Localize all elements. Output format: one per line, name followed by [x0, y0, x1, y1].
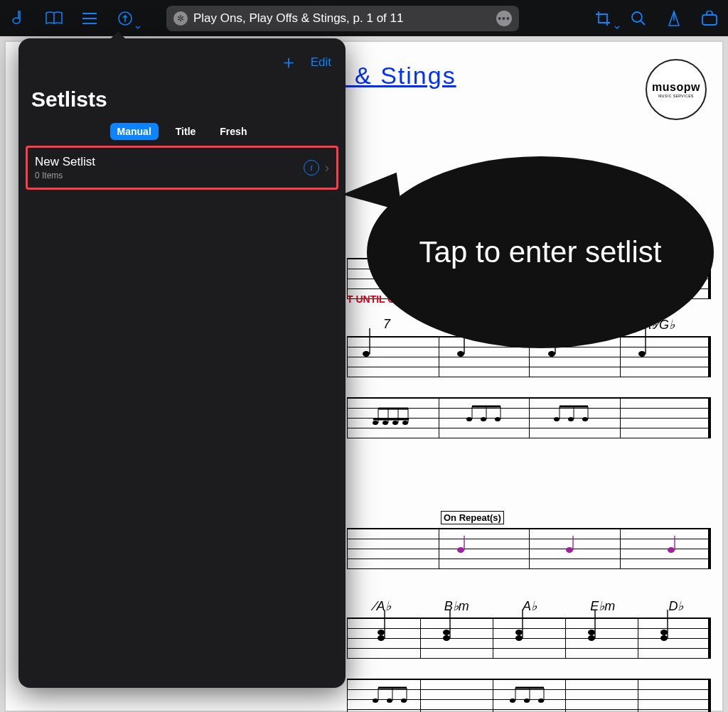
svg-point-60: [538, 698, 544, 703]
svg-point-43: [515, 630, 523, 635]
svg-point-26: [568, 417, 574, 421]
edit-button[interactable]: Edit: [311, 55, 331, 70]
svg-point-20: [481, 417, 486, 421]
svg-point-59: [524, 698, 530, 703]
svg-point-9: [638, 351, 646, 357]
svg-point-44: [515, 635, 523, 641]
svg-point-19: [466, 417, 472, 421]
svg-point-46: [588, 630, 595, 635]
svg-point-14: [402, 421, 408, 425]
logo-subtext: MUSIC SERVICES: [658, 94, 694, 98]
callout-text: Tap to enter setlist: [419, 234, 662, 270]
svg-point-58: [510, 698, 515, 703]
sort-segmented-control: Manual Title Fresh: [18, 123, 346, 140]
crop-icon[interactable]: [593, 9, 613, 28]
svg-point-27: [582, 417, 588, 421]
chevron-right-icon: ›: [325, 161, 329, 176]
svg-point-1: [632, 12, 642, 22]
svg-point-52: [373, 698, 378, 703]
svg-point-3: [363, 351, 370, 357]
svg-point-49: [660, 630, 668, 635]
svg-point-13: [392, 421, 398, 425]
share-up-icon[interactable]: [115, 9, 135, 28]
info-icon[interactable]: i: [304, 160, 319, 176]
setlist-row[interactable]: New Setlist 0 Items i ›: [26, 146, 338, 190]
metronome-icon[interactable]: [664, 9, 684, 28]
svg-point-40: [443, 630, 450, 635]
music-staff-4b: [347, 679, 711, 712]
search-icon[interactable]: [628, 9, 648, 28]
toolbar-right-group: [593, 9, 719, 28]
svg-point-21: [495, 417, 500, 421]
segment-manual[interactable]: Manual: [110, 123, 159, 140]
svg-rect-2: [702, 15, 717, 25]
svg-point-47: [588, 635, 595, 641]
segment-fresh[interactable]: Fresh: [213, 123, 254, 140]
music-staff-4: ⁄A♭ B♭m A♭ E♭m D♭: [347, 617, 711, 659]
svg-point-41: [443, 635, 450, 641]
segment-title[interactable]: Title: [168, 123, 203, 140]
note-icon[interactable]: [9, 9, 28, 28]
popover-action-row: ＋ Edit: [18, 50, 346, 87]
book-icon[interactable]: [44, 9, 64, 28]
gear-icon[interactable]: ✻: [173, 11, 188, 26]
bag-icon[interactable]: [700, 9, 719, 28]
svg-point-38: [378, 635, 385, 641]
svg-point-33: [566, 547, 573, 553]
title-pill[interactable]: ✻ Play Ons, Play Offs & Stings, p. 1 of …: [166, 6, 519, 31]
setlists-popover: ＋ Edit Setlists Manual Title Fresh New S…: [18, 38, 346, 688]
music-staff-3: [347, 528, 711, 569]
logo-text: musopw: [652, 81, 700, 94]
setlist-item-count: 0 Items: [35, 171, 304, 180]
callout-bubble: Tap to enter setlist: [367, 156, 714, 348]
svg-point-11: [373, 421, 378, 425]
document-title: Play Ons, Play Offs & Stings, p. 1 of 11: [193, 11, 403, 26]
more-icon[interactable]: •••: [496, 11, 512, 26]
chord-row-b: ⁄A♭ B♭m A♭ E♭m D♭: [348, 598, 710, 614]
svg-point-53: [387, 698, 392, 703]
menu-icon[interactable]: [80, 9, 100, 28]
top-toolbar: ✻ Play Ons, Play Offs & Stings, p. 1 of …: [0, 0, 728, 36]
setlist-name: New Setlist: [35, 155, 304, 169]
svg-point-37: [378, 630, 385, 635]
svg-point-35: [668, 547, 675, 553]
svg-point-31: [457, 547, 464, 553]
svg-point-25: [554, 417, 560, 421]
svg-point-12: [382, 421, 388, 425]
svg-point-5: [457, 351, 464, 357]
popover-title: Setlists: [18, 87, 346, 123]
toolbar-left-group: [9, 9, 135, 28]
music-staff-2b: [347, 397, 711, 438]
svg-point-7: [548, 351, 555, 357]
add-setlist-button[interactable]: ＋: [279, 50, 298, 75]
svg-point-54: [401, 698, 407, 703]
chord: 7: [383, 317, 390, 333]
logo-badge: musopw MUSIC SERVICES: [646, 59, 707, 120]
svg-point-50: [660, 635, 668, 641]
on-repeat-label: On Repeat(s): [441, 511, 504, 524]
